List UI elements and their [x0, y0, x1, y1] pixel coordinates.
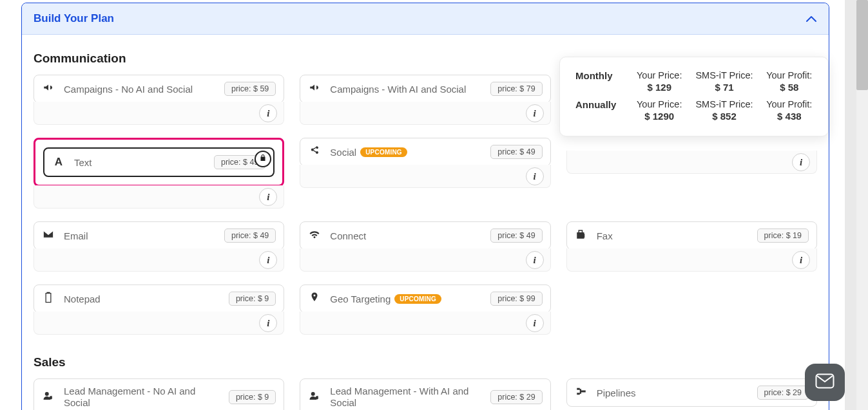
plan-card-label: Social UPCOMING — [330, 147, 481, 158]
price-badge: price: $ 59 — [224, 82, 276, 96]
clipboard-icon — [42, 292, 55, 306]
info-icon[interactable]: i — [259, 314, 277, 332]
plan-card-label: Email — [64, 230, 215, 241]
vertical-scrollbar[interactable] — [856, 0, 868, 410]
chevron-up-icon[interactable] — [805, 13, 817, 24]
panel-title: Build Your Plan — [34, 12, 114, 25]
summary-sms-price-value: $ 71 — [695, 82, 753, 93]
price-badge: price: $ 49 — [490, 145, 542, 159]
megaphone-icon — [308, 82, 321, 96]
price-badge: price: $ 79 — [490, 82, 542, 96]
fax-icon — [575, 228, 588, 243]
lock-icon — [255, 151, 271, 167]
plan-card-connect[interactable]: Connect price: $ 49 — [300, 221, 550, 250]
sales-grid: Lead Management - No AI and Social price… — [34, 378, 817, 410]
summary-sms-price-label: SMS-iT Price: — [695, 99, 753, 109]
plan-card-info-row: i — [566, 248, 817, 272]
envelope-icon — [42, 230, 55, 241]
plan-card-info-row: i — [34, 102, 284, 125]
plan-card-lead-no-ai[interactable]: Lead Management - No AI and Social price… — [34, 378, 284, 410]
plan-card-notepad[interactable]: Notepad price: $ 9 — [34, 284, 284, 313]
summary-profit-label: Your Profit: — [766, 70, 813, 80]
plan-card-campaigns-with-ai[interactable]: Campaigns - With AI and Social price: $ … — [300, 75, 550, 103]
plan-card-label: Pipelines — [597, 387, 748, 398]
summary-sms-price-label: SMS-iT Price: — [695, 70, 753, 80]
user-gear-icon — [308, 390, 321, 404]
text-icon: A — [52, 156, 65, 169]
wifi-icon — [308, 228, 321, 243]
plan-card-info-row: i — [300, 312, 550, 335]
summary-row-monthly: Monthly Your Price: $ 129 SMS-iT Price: … — [575, 70, 813, 93]
info-icon[interactable]: i — [526, 167, 544, 185]
plan-card-campaigns-no-ai[interactable]: Campaigns - No AI and Social price: $ 59 — [34, 75, 284, 103]
summary-your-price-label: Your Price: — [636, 99, 682, 109]
plan-card-info-row: i — [34, 312, 284, 335]
summary-profit-value: $ 58 — [766, 82, 813, 93]
plan-card-lead-with-ai[interactable]: Lead Management - With AI and Social pri… — [300, 378, 550, 410]
summary-profit-label: Your Profit: — [766, 99, 813, 109]
megaphone-icon — [42, 82, 55, 96]
plan-card-label: Campaigns - No AI and Social — [64, 84, 215, 95]
info-icon[interactable]: i — [259, 188, 277, 206]
contact-mail-fab[interactable] — [805, 364, 845, 401]
summary-row-annually: Annually Your Price: $ 1290 SMS-iT Price… — [575, 99, 813, 122]
info-icon[interactable]: i — [526, 251, 544, 269]
info-icon[interactable]: i — [259, 251, 277, 269]
plan-card-social[interactable]: Social UPCOMING price: $ 49 — [300, 138, 550, 166]
section-title-sales: Sales — [34, 355, 817, 369]
plan-card-label: Campaigns - With AI and Social — [330, 84, 481, 95]
summary-your-price-value: $ 129 — [636, 82, 682, 93]
plan-card-email[interactable]: Email price: $ 49 — [34, 221, 284, 250]
plan-card-label: Connect — [330, 230, 481, 241]
plan-card-info-row: i — [34, 248, 284, 272]
info-icon[interactable]: i — [259, 104, 277, 122]
plan-card-info-row: i — [34, 185, 284, 209]
plan-card-geo-targeting[interactable]: Geo Targeting UPCOMING price: $ 99 — [300, 284, 550, 313]
plan-card-info-row: i — [300, 165, 550, 188]
summary-period-label: Monthly — [575, 70, 623, 81]
price-badge: price: $ 99 — [490, 292, 542, 306]
summary-your-price-value: $ 1290 — [636, 111, 682, 122]
price-badge: price: $ 29 — [490, 390, 542, 404]
plan-card-label-text: Social — [330, 147, 356, 158]
plan-card-pipelines[interactable]: Pipelines price: $ 29 — [566, 378, 817, 407]
price-badge: price: $ 29 — [757, 386, 809, 400]
plan-card-fax[interactable]: Fax price: $ 19 — [566, 221, 817, 250]
pipeline-icon — [575, 386, 588, 400]
price-badge: price: $ 9 — [229, 390, 276, 404]
upcoming-badge: UPCOMING — [394, 294, 441, 304]
plan-card-info-row: i — [300, 102, 550, 125]
user-gear-icon — [42, 390, 55, 404]
plan-card-label-text: Geo Targeting — [330, 294, 391, 304]
info-icon[interactable]: i — [526, 104, 544, 122]
plan-card-label: Lead Management - No AI and Social — [64, 386, 220, 409]
plan-card-label: Notepad — [64, 294, 220, 304]
plan-card-label: Fax — [597, 230, 748, 241]
plan-card-info-row: i — [566, 151, 817, 174]
share-icon — [308, 145, 321, 158]
plan-card-text[interactable]: A Text price: $ 49 — [43, 147, 275, 177]
map-pin-icon — [308, 292, 321, 306]
info-icon[interactable]: i — [792, 251, 810, 269]
summary-profit-value: $ 438 — [766, 111, 813, 122]
price-badge: price: $ 49 — [490, 228, 542, 243]
vertical-scrollbar-thumb[interactable] — [856, 0, 868, 90]
summary-period-label: Annually — [575, 99, 623, 110]
info-icon[interactable]: i — [792, 153, 810, 171]
price-badge: price: $ 19 — [757, 228, 809, 243]
plan-card-label: Text — [74, 157, 205, 168]
mail-icon — [815, 373, 834, 391]
pricing-summary-card: Monthly Your Price: $ 129 SMS-iT Price: … — [559, 57, 829, 136]
plan-card-label: Lead Management - With AI and Social — [330, 386, 481, 409]
plan-card-info-row: i — [300, 248, 550, 272]
upcoming-badge: UPCOMING — [360, 147, 407, 157]
price-badge: price: $ 9 — [229, 292, 276, 306]
info-icon[interactable]: i — [526, 314, 544, 332]
plan-card-text-highlight: A Text price: $ 49 — [34, 138, 284, 187]
panel-header[interactable]: Build Your Plan — [22, 3, 829, 35]
summary-your-price-label: Your Price: — [636, 70, 682, 80]
price-badge: price: $ 49 — [224, 228, 276, 243]
plan-card-label: Geo Targeting UPCOMING — [330, 294, 481, 304]
summary-sms-price-value: $ 852 — [695, 111, 753, 122]
